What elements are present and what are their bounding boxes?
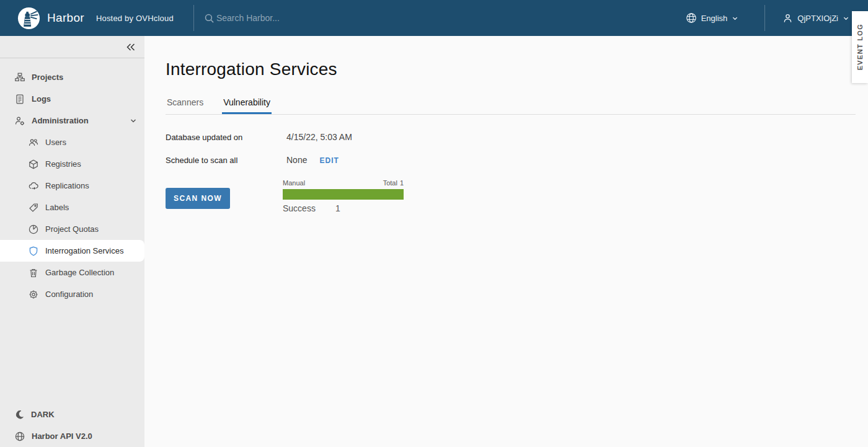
user-icon [782, 13, 793, 24]
sidebar-item-label: Projects [32, 73, 63, 82]
sidebar-nav: Projects Logs Administration Users [0, 58, 144, 305]
database-updated-value: 4/15/22, 5:03 AM [286, 132, 352, 142]
language-menu[interactable]: English [686, 12, 739, 24]
logs-icon [15, 94, 25, 104]
scan-now-button[interactable]: SCAN NOW [166, 188, 230, 209]
sidebar-item-replications[interactable]: Replications [0, 175, 144, 197]
administration-icon [15, 116, 25, 126]
chart-total-value: 1 [400, 179, 404, 187]
harbor-logo-icon[interactable] [17, 7, 40, 30]
globe-icon [686, 12, 697, 24]
sidebar-item-interrogation-services[interactable]: Interrogation Services [0, 240, 144, 262]
harbor-api-link[interactable]: Harbor API V2.0 [0, 425, 144, 447]
sidebar-item-label: Administration [32, 116, 89, 125]
chart-header: Manual Total 1 [283, 179, 404, 187]
interrogation-services-shield-icon [29, 246, 38, 256]
sidebar-item-logs[interactable]: Logs [0, 88, 144, 110]
user-menu[interactable]: QjPTXIOjZi [782, 13, 849, 24]
edit-schedule-button[interactable]: EDIT [319, 156, 339, 165]
sidebar-item-administration[interactable]: Administration [0, 110, 144, 131]
sidebar-item-garbage-collection[interactable]: Garbage Collection [0, 262, 144, 283]
chart-total: Total 1 [383, 179, 404, 187]
username-label: QjPTXIOjZi [797, 14, 838, 23]
projects-icon [15, 73, 25, 82]
moon-icon [15, 410, 24, 419]
tab-scanners[interactable]: Scanners [166, 95, 205, 114]
configuration-gear-icon [29, 290, 38, 299]
users-icon [29, 138, 38, 148]
event-log-label: EVENT LOG [856, 24, 864, 70]
status-label: Success [283, 203, 316, 213]
search-input[interactable] [216, 13, 353, 23]
scan-success-bar [283, 189, 404, 200]
chart-legend: Success 1 [283, 203, 404, 213]
chevron-down-icon [130, 117, 137, 125]
status-count: 1 [335, 203, 340, 213]
brand-subtitle: Hosted by OVHcloud [96, 14, 174, 23]
tab-bar: Scanners Vulnerability [166, 95, 856, 115]
sidebar-collapse-row [0, 36, 144, 58]
sidebar-item-label: Replications [45, 181, 89, 190]
garbage-collection-trash-icon [29, 268, 38, 278]
labels-icon [29, 203, 38, 213]
api-version-label: Harbor API V2.0 [32, 432, 92, 441]
header-divider [764, 5, 765, 31]
schedule-value: None [286, 155, 307, 165]
event-log-tab[interactable]: EVENT LOG [852, 11, 868, 83]
sidebar-item-project-quotas[interactable]: Project Quotas [0, 218, 144, 240]
sidebar-item-label: Project Quotas [45, 224, 99, 234]
sidebar-item-labels[interactable]: Labels [0, 197, 144, 218]
replications-icon [29, 181, 38, 191]
scan-status-chart: Manual Total 1 Success 1 [283, 179, 404, 213]
sidebar-item-registries[interactable]: Registries [0, 153, 144, 175]
header-divider [193, 5, 194, 31]
search-icon [204, 13, 215, 24]
tab-vulnerability[interactable]: Vulnerability [222, 95, 272, 114]
database-updated-label: Database updated on [166, 133, 286, 142]
chart-title: Manual [283, 179, 305, 187]
sidebar-item-projects[interactable]: Projects [0, 66, 144, 88]
sidebar-item-label: Garbage Collection [45, 268, 114, 277]
dark-mode-toggle[interactable]: DARK [0, 404, 144, 425]
schedule-row: Schedule to scan all None EDIT [166, 155, 856, 165]
sidebar-footer: DARK Harbor API V2.0 [0, 404, 144, 447]
double-chevron-left-icon [125, 43, 136, 51]
chevron-down-icon [732, 15, 738, 22]
dark-mode-label: DARK [31, 410, 55, 419]
sidebar-item-label: Registries [45, 159, 81, 169]
chevron-down-icon [843, 15, 849, 22]
sidebar-item-label: Configuration [45, 290, 93, 299]
language-label: English [701, 14, 728, 23]
page-title: Interrogation Services [166, 60, 856, 79]
header-actions: English QjPTXIOjZi [686, 0, 868, 36]
sidebar: Projects Logs Administration Users [0, 36, 144, 447]
chart-total-label: Total [383, 179, 397, 187]
sidebar-item-label: Users [45, 138, 66, 147]
brand-title: Harbor [47, 11, 84, 25]
app-header: Harbor Hosted by OVHcloud English QjPTXI… [0, 0, 868, 36]
sidebar-item-users[interactable]: Users [0, 131, 144, 153]
project-quotas-icon [29, 224, 38, 234]
sidebar-item-label: Logs [32, 94, 51, 104]
schedule-label: Schedule to scan all [166, 156, 286, 165]
registries-icon [29, 159, 38, 169]
collapse-sidebar-button[interactable] [125, 43, 136, 51]
sidebar-item-configuration[interactable]: Configuration [0, 283, 144, 305]
database-updated-row: Database updated on 4/15/22, 5:03 AM [166, 132, 856, 142]
scan-section: SCAN NOW Manual Total 1 Success 1 [166, 179, 856, 213]
global-search [204, 13, 353, 24]
scan-progress-track [283, 189, 404, 200]
sidebar-item-label: Interrogation Services [45, 246, 123, 255]
api-world-icon [15, 432, 25, 441]
main-content: Interrogation Services Scanners Vulnerab… [144, 36, 868, 447]
sidebar-item-label: Labels [45, 203, 69, 212]
